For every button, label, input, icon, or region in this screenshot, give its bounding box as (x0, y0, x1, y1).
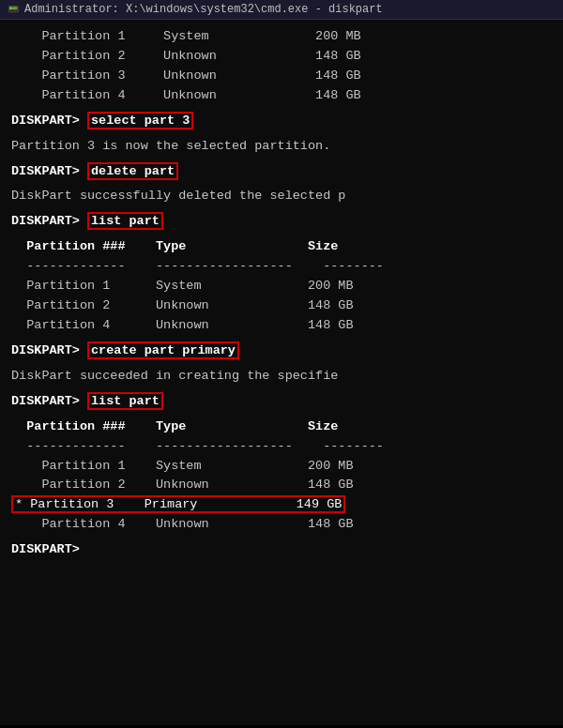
table1-sep: ------------- ------------------ -------… (11, 257, 552, 277)
cmd-select: DISKPART> select part 3 (11, 112, 552, 131)
cmd-delete: DISKPART> delete part (11, 162, 552, 182)
line-part2: Partition 2 Unknown 148 GB (11, 47, 552, 67)
terminal: Partition 1 System 200 MB Partition 2 Un… (0, 20, 563, 725)
table1-row2: Partition 2 Unknown 148 GB (11, 296, 552, 316)
msg-delete: DiskPart successfully deleted the select… (11, 187, 552, 206)
table1-header: Partition ### Type Size (11, 237, 552, 257)
table2-row2: Partition 2 Unknown 148 GB (11, 476, 552, 495)
msg-select: Partition 3 is now the selected partitio… (11, 137, 552, 157)
title-bar-text: Administrator: X:\windows\system32\cmd.e… (24, 3, 383, 16)
title-bar: 📟 Administrator: X:\windows\system32\cmd… (0, 0, 563, 20)
table2-row1: Partition 1 System 200 MB (11, 457, 552, 477)
cmd-list1: DISKPART> list part (11, 212, 552, 232)
cmd-list2: DISKPART> list part (11, 392, 552, 412)
msg-create: DiskPart succeeded in creating the speci… (11, 367, 552, 387)
title-bar-icon: 📟 (8, 4, 19, 15)
table1-row1: Partition 1 System 200 MB (11, 277, 552, 296)
cmd-create: DISKPART> create part primary (11, 341, 552, 361)
line-part3: Partition 3 Unknown 148 GB (11, 67, 552, 86)
table2-row4: Partition 4 Unknown 148 GB (11, 515, 552, 535)
table2-sep: ------------- ------------------ -------… (11, 437, 552, 457)
line-part4: Partition 4 Unknown 148 GB (11, 86, 552, 106)
final-prompt: DISKPART> (11, 540, 552, 560)
table2-header: Partition ### Type Size (11, 417, 552, 437)
table1-row3: Partition 4 Unknown 148 GB (11, 316, 552, 336)
table2-row3-highlighted: * Partition 3 Primary 149 GB (11, 495, 552, 515)
line-part1: Partition 1 System 200 MB (11, 27, 552, 47)
